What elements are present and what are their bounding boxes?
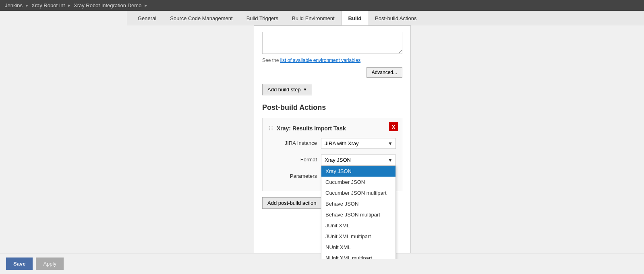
- dropdown-option-nunit-xml[interactable]: NUnit XML: [321, 242, 396, 253]
- breadcrumb-sep-3: ►: [144, 3, 148, 8]
- breadcrumb-jenkins[interactable]: Jenkins: [5, 2, 23, 8]
- tab-build-environment[interactable]: Build Environment: [285, 11, 342, 25]
- dropdown-option-junit-xml[interactable]: JUnit XML: [321, 220, 396, 231]
- breadcrumb: Jenkins ► Xray Robot Int ► Xray Robot In…: [0, 0, 644, 11]
- xray-close-button[interactable]: X: [389, 122, 398, 131]
- jira-instance-control: JIRA with Xray ▼: [321, 138, 396, 149]
- breadcrumb-sep-2: ►: [67, 3, 71, 8]
- env-textarea[interactable]: [262, 32, 402, 54]
- xray-task-box: X ⁝⁝ Xray: Results Import Task JIRA Inst…: [262, 118, 402, 191]
- jira-instance-row: JIRA Instance JIRA with Xray ▼: [269, 138, 396, 149]
- dropdown-option-cucumber-json[interactable]: Cucumber JSON: [321, 177, 396, 187]
- env-link-line: See the list of available environment va…: [262, 58, 402, 63]
- format-dropdown-list[interactable]: Xray JSON Cucumber JSON Cucumber JSON mu…: [321, 165, 396, 259]
- tab-build-triggers[interactable]: Build Triggers: [240, 11, 285, 25]
- format-control: Xray JSON Cucumber JSON Cucumber JSON mu…: [321, 155, 396, 165]
- breadcrumb-xray-robot-int[interactable]: Xray Robot Int: [31, 2, 65, 8]
- env-variables-link[interactable]: list of available environment variables: [280, 58, 360, 63]
- env-section: See the list of available environment va…: [262, 32, 402, 78]
- tab-postbuild-actions[interactable]: Post-build Actions: [368, 11, 423, 25]
- xray-task-drag-icon: ⁝⁝: [269, 124, 273, 132]
- save-button[interactable]: Save: [6, 258, 33, 259]
- dropdown-option-behave-json[interactable]: Behave JSON: [321, 198, 396, 209]
- parameters-label: Parameters: [269, 171, 317, 179]
- jira-instance-select-wrapper: JIRA with Xray ▼: [321, 138, 396, 149]
- format-row: Format Xray JSON Cucumber JSON Cucumber …: [269, 155, 396, 165]
- postbuild-section-title: Post-build Actions: [262, 103, 402, 112]
- add-postbuild-button[interactable]: Add post-build action: [262, 197, 321, 209]
- apply-button[interactable]: Apply: [36, 258, 64, 259]
- advanced-button[interactable]: Advanced...: [367, 67, 402, 78]
- add-build-step-label: Add build step: [267, 87, 300, 93]
- jira-instance-select[interactable]: JIRA with Xray: [321, 138, 396, 149]
- tab-bar: General Source Code Management Build Tri…: [127, 11, 644, 25]
- tab-source-code[interactable]: Source Code Management: [163, 11, 239, 25]
- xray-task-header: ⁝⁝ Xray: Results Import Task: [269, 124, 396, 132]
- dropdown-option-xray-json[interactable]: Xray JSON: [321, 166, 396, 177]
- sidebar: [0, 25, 127, 259]
- breadcrumb-xray-demo[interactable]: Xray Robot Integration Demo: [74, 2, 141, 8]
- dropdown-option-nunit-xml-multipart[interactable]: NUnit XML multipart: [321, 253, 396, 259]
- format-select-wrapper: Xray JSON Cucumber JSON Cucumber JSON mu…: [321, 155, 396, 165]
- dropdown-option-junit-xml-multipart[interactable]: JUnit XML multipart: [321, 231, 396, 242]
- jira-instance-label: JIRA Instance: [269, 138, 317, 146]
- tab-general[interactable]: General: [131, 11, 163, 25]
- format-label: Format: [269, 155, 317, 163]
- add-build-step-arrow-icon: ▼: [303, 87, 307, 92]
- dropdown-option-cucumber-json-multipart[interactable]: Cucumber JSON multipart: [321, 187, 396, 198]
- env-link-prefix: See the: [262, 58, 279, 63]
- format-select[interactable]: Xray JSON Cucumber JSON Cucumber JSON mu…: [321, 155, 396, 165]
- breadcrumb-sep-1: ►: [25, 3, 29, 8]
- xray-task-title: Xray: Results Import Task: [277, 125, 346, 132]
- tab-build[interactable]: Build: [342, 11, 369, 25]
- dropdown-option-behave-json-multipart[interactable]: Behave JSON multipart: [321, 209, 396, 220]
- add-build-step-button[interactable]: Add build step ▼: [262, 84, 312, 95]
- content-panel: See the list of available environment va…: [254, 25, 411, 259]
